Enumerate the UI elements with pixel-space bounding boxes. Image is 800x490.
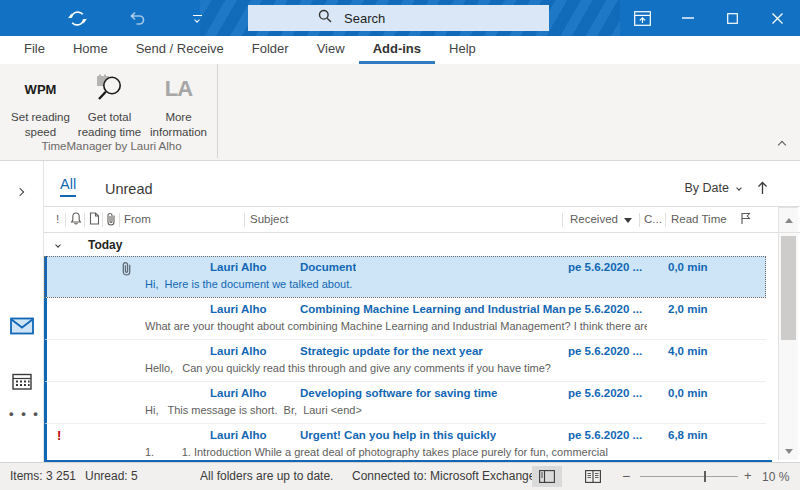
group-header-today[interactable]: Today <box>44 233 766 256</box>
email-preview: What are your thought about combining Ma… <box>145 320 647 332</box>
scrollbar-thumb[interactable] <box>781 236 796 340</box>
column-subject[interactable]: Subject <box>250 213 288 225</box>
main-area: • • • All Unread By Date ! <box>0 161 800 462</box>
zoom-level[interactable]: 10 % <box>762 470 789 484</box>
tab-add-ins[interactable]: Add-ins <box>359 36 435 64</box>
group-label: Today <box>88 238 122 252</box>
mail-nav-icon[interactable] <box>10 317 34 339</box>
minimize-button[interactable] <box>665 0 710 36</box>
tab-folder[interactable]: Folder <box>238 36 303 64</box>
get-total-reading-time-button[interactable]: Get total reading time <box>75 71 144 140</box>
email-sender: Lauri Alho <box>210 261 300 273</box>
tab-send-receive[interactable]: Send / Receive <box>122 36 238 64</box>
undo-icon[interactable] <box>120 0 154 36</box>
email-row-4[interactable]: Lauri Alho Developing software for savin… <box>44 382 766 424</box>
set-reading-speed-button[interactable]: WPM Set reading speed <box>6 71 75 140</box>
tab-view[interactable]: View <box>303 36 359 64</box>
email-row-1[interactable]: Lauri Alho Document pe 5.6.2020 ... 0,0 … <box>44 256 766 298</box>
magnifier-calendar-icon <box>94 71 126 107</box>
high-importance-icon: ! <box>57 428 61 443</box>
calendar-nav-icon[interactable] <box>12 372 32 394</box>
ribbon-group-label: TimeManager by Lauri Alho <box>6 140 217 158</box>
tab-file[interactable]: File <box>10 36 59 64</box>
scroll-down-icon[interactable] <box>779 443 798 459</box>
collapse-group-icon <box>55 242 61 248</box>
send-receive-sync-icon[interactable] <box>60 0 94 36</box>
email-read-time: 2,0 min <box>668 303 708 315</box>
email-read-time: 6,8 min <box>668 429 708 441</box>
sort-direction-icon[interactable] <box>757 181 768 195</box>
column-received[interactable]: Received <box>570 213 632 225</box>
more-apps-icon[interactable]: • • • <box>9 406 40 421</box>
email-received: pe 5.6.2020 ... <box>568 303 650 315</box>
window-controls <box>620 0 800 36</box>
email-read-time: 0,0 min <box>668 387 708 399</box>
email-row-3[interactable]: Lauri Alho Strategic update for the next… <box>44 340 766 382</box>
email-row-5[interactable]: ! Lauri Alho Urgent! Can you help in thi… <box>44 424 766 460</box>
filter-tab-unread[interactable]: Unread <box>105 181 153 197</box>
email-preview: Hello, Can you quickly read this through… <box>145 362 647 374</box>
ribbon-group-timemanager: WPM Set reading speed Get total reading <box>6 64 218 158</box>
zoom-slider-thumb[interactable] <box>704 471 706 482</box>
sort-by-date-dropdown[interactable]: By Date <box>685 181 729 195</box>
zoom-out-button[interactable]: − <box>622 468 630 484</box>
ribbon-display-options-icon[interactable] <box>620 0 665 36</box>
search-placeholder: Search <box>344 11 385 26</box>
item-type-icon[interactable] <box>89 212 100 227</box>
email-preview: Hi, This message is short. Br, Lauri <en… <box>145 404 647 416</box>
tab-home[interactable]: Home <box>59 36 122 64</box>
column-from[interactable]: From <box>124 213 151 225</box>
customize-quick-access-toolbar-icon[interactable] <box>180 0 214 36</box>
column-importance[interactable]: ! <box>56 213 59 225</box>
tab-help[interactable]: Help <box>435 36 490 64</box>
message-list-pane: All Unread By Date ! <box>44 161 800 462</box>
email-received: pe 5.6.2020 ... <box>568 261 650 273</box>
set-reading-speed-label: Set reading speed <box>6 110 75 140</box>
expand-folder-pane-icon[interactable] <box>17 181 23 199</box>
attachment-icon <box>121 261 132 280</box>
filter-tab-all[interactable]: All <box>60 176 76 197</box>
unread-count: Unread: 5 <box>85 469 138 483</box>
email-received: pe 5.6.2020 ... <box>568 429 650 441</box>
email-sender: Lauri Alho <box>210 429 300 441</box>
more-information-label: More information <box>144 110 213 140</box>
column-header-row: ! From Subject Received <box>44 206 800 233</box>
close-button[interactable] <box>755 0 800 36</box>
column-categories[interactable]: C... <box>644 213 662 225</box>
email-rows: Today Lauri Alho Document pe 5.6.2020 ..… <box>44 233 766 460</box>
email-subject: Strategic update for the next year <box>300 345 483 357</box>
email-received: pe 5.6.2020 ... <box>568 345 650 357</box>
status-bar: Items: 3 251 Unread: 5 All folders are u… <box>0 462 800 490</box>
email-row-2[interactable]: Lauri Alho Combining Machine Learning an… <box>44 298 766 340</box>
reading-view-button[interactable] <box>578 466 608 487</box>
quick-access-toolbar <box>60 0 214 36</box>
chevron-down-icon[interactable] <box>736 185 742 191</box>
scroll-up-icon[interactable] <box>779 208 798 233</box>
email-sender: Lauri Alho <box>210 303 300 315</box>
ribbon-tabs: File Home Send / Receive Folder View Add… <box>0 36 800 64</box>
email-subject: Urgent! Can you help in this quickly <box>300 429 496 441</box>
maximize-button[interactable] <box>710 0 755 36</box>
email-sender: Lauri Alho <box>210 345 300 357</box>
search-icon <box>318 9 332 27</box>
search-input[interactable]: Search <box>248 5 549 31</box>
title-bar: Search <box>0 0 800 36</box>
zoom-in-button[interactable]: + <box>744 468 752 483</box>
email-read-time: 0,0 min <box>668 261 708 273</box>
collapse-ribbon-icon[interactable] <box>779 134 785 152</box>
email-preview: 1. 1. Introduction While a great deal of… <box>145 446 647 458</box>
column-read-time[interactable]: Read Time <box>671 213 727 225</box>
zoom-slider-track[interactable] <box>640 476 738 477</box>
flag-column-icon[interactable] <box>740 212 751 227</box>
attachment-column-icon[interactable] <box>106 212 116 228</box>
sort-descending-icon <box>624 218 632 223</box>
folders-status: All folders are up to date. <box>200 469 333 483</box>
more-information-button[interactable]: LA More information <box>144 71 213 140</box>
email-subject: Document <box>300 261 356 273</box>
normal-view-button[interactable] <box>532 466 562 487</box>
reminder-bell-icon[interactable] <box>70 212 82 227</box>
ribbon-buttons: WPM Set reading speed Get total reading <box>6 64 217 140</box>
vertical-scrollbar[interactable] <box>778 207 798 460</box>
list-filter-bar: All Unread By Date <box>44 161 800 206</box>
la-logo-icon: LA <box>165 71 192 107</box>
